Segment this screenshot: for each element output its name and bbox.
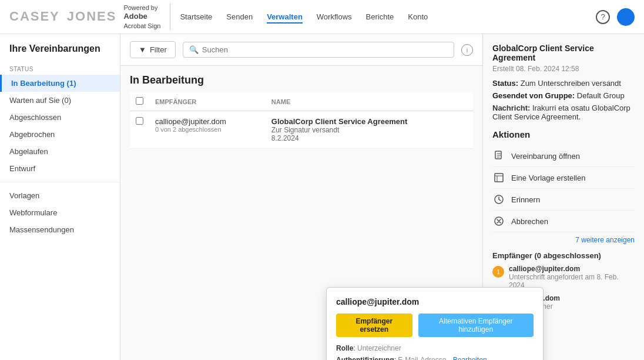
panel-created: Erstellt 08. Feb. 2024 12:58 xyxy=(492,65,635,73)
agreements-table: EMPFÄNGER NAME calliope@jupiter.dom 0 vo… xyxy=(130,92,473,149)
svg-rect-1 xyxy=(495,174,503,182)
sidebar-status-label: STATUS xyxy=(0,61,120,75)
cancel-icon xyxy=(492,215,505,228)
header-icons: ? xyxy=(596,8,635,26)
filter-button[interactable]: ▼ Filter xyxy=(130,41,176,58)
col-name-header: NAME xyxy=(266,92,473,111)
content-wrapper: ▼ Filter 🔍 i In Bearbeitung xyxy=(120,34,644,360)
panel-aktionen-title: Aktionen xyxy=(492,129,635,139)
list-heading: In Bearbeitung xyxy=(130,66,473,92)
popup-rolle-label: Rolle xyxy=(336,344,353,352)
logo-jones: JONES xyxy=(67,9,117,24)
toolbar: ▼ Filter 🔍 i xyxy=(120,34,482,66)
sidebar-divider xyxy=(0,182,120,182)
panel-group: Gesendet von Gruppe: Default Group xyxy=(492,91,635,100)
action-abbrechen[interactable]: Abbrechen xyxy=(492,211,635,232)
panel-message: Nachricht: Irakurri eta osatu GlobalCorp… xyxy=(492,104,635,121)
sidebar-title: Ihre Vereinbarungen xyxy=(0,44,120,61)
search-input[interactable] xyxy=(202,45,448,54)
logo-casey: CASEY xyxy=(9,9,60,24)
recipient-cell: calliope@jupiter.dom 0 von 2 abgeschloss… xyxy=(149,111,266,149)
panel-status: Status: Zum Unterschreiben versandt xyxy=(492,79,635,88)
sidebar-item-in-bearbeitung[interactable]: In Bearbeitung (1) xyxy=(0,75,120,92)
filter-label: Filter xyxy=(150,45,167,54)
row-checkbox-cell xyxy=(130,111,149,149)
sidebar-item-abgeschlossen[interactable]: Abgeschlossen xyxy=(0,109,120,126)
recipient-info-1: calliope@jupiter.dom Unterschrift angefo… xyxy=(509,265,635,289)
sidebar: Ihre Vereinbarungen STATUS In Bearbeitun… xyxy=(0,34,120,360)
recipient-email: calliope@jupiter.dom xyxy=(155,117,260,126)
search-icon: 🔍 xyxy=(189,45,199,54)
nav-senden[interactable]: Senden xyxy=(226,10,253,24)
avatar[interactable] xyxy=(617,8,635,26)
action-vereinbarung-label: Vereinbarung öffnen xyxy=(511,152,580,161)
panel-title: GlobalCorp Client Service Agreement xyxy=(492,44,635,62)
popup-auth-field: Authentifizierung: E-Mail-Adresse Bearbe… xyxy=(336,356,482,360)
action-abbrechen-label: Abbrechen xyxy=(511,217,548,226)
nav-verwalten[interactable]: Verwalten xyxy=(267,10,303,24)
nav-konto[interactable]: Konto xyxy=(408,10,428,24)
main-nav: Startseite Senden Verwalten Workflows Be… xyxy=(180,10,596,24)
nav-workflows[interactable]: Workflows xyxy=(317,10,352,24)
agreement-cell: GlobalCorp Client Service Agreement Zur … xyxy=(266,111,473,149)
info-icon[interactable]: i xyxy=(461,44,473,56)
popup-auth-label: Authentifizierung xyxy=(336,356,394,360)
filter-icon: ▼ xyxy=(139,45,146,54)
recipient-sub: 0 von 2 abgeschlossen xyxy=(155,126,260,133)
content-area: ▼ Filter 🔍 i In Bearbeitung xyxy=(120,34,482,360)
recipient-item-1: 1 calliope@jupiter.dom Unterschrift ange… xyxy=(492,265,635,289)
action-vorlage-erstellen[interactable]: Eine Vorlage erstellen xyxy=(492,167,635,189)
sidebar-item-webformulare[interactable]: Webformulare xyxy=(0,204,120,221)
main-layout: Ihre Vereinbarungen STATUS In Bearbeitun… xyxy=(0,34,644,360)
sidebar-item-warten[interactable]: Warten auf Sie (0) xyxy=(0,92,120,109)
logo-area: CASEY JONES Powered by Adobe Acrobat Sig… xyxy=(9,4,170,30)
replace-recipient-button[interactable]: Empfänger ersetzen xyxy=(336,314,412,337)
clock-icon xyxy=(492,193,505,206)
panel-status-label: Status: xyxy=(492,79,518,88)
table-header-row: EMPFÄNGER NAME xyxy=(130,92,473,111)
select-all-checkbox[interactable] xyxy=(136,97,143,105)
nav-berichte[interactable]: Berichte xyxy=(366,10,394,24)
template-icon xyxy=(492,171,505,184)
popup-rolle-value: Unterzeichner xyxy=(357,344,401,352)
table-row[interactable]: calliope@jupiter.dom 0 von 2 abgeschloss… xyxy=(130,111,473,149)
panel-status-value: Zum Unterschreiben versandt xyxy=(521,79,621,88)
col-recipient-header: EMPFÄNGER xyxy=(149,92,266,111)
popup-card: calliope@jupiter.dom Empfänger ersetzen … xyxy=(326,287,482,360)
popup-auth-value: E-Mail-Adresse xyxy=(398,356,446,360)
search-box: 🔍 xyxy=(183,42,454,58)
powered-by-text: Powered by Adobe Acrobat Sign xyxy=(123,4,160,30)
sidebar-item-abgelaufen[interactable]: Abgelaufen xyxy=(0,143,120,160)
popup-edit-link[interactable]: Bearbeiten xyxy=(453,356,482,360)
document-icon xyxy=(492,149,505,162)
action-erinnern[interactable]: Erinnern xyxy=(492,189,635,211)
action-erinnern-label: Erinnern xyxy=(511,195,540,204)
help-icon[interactable]: ? xyxy=(596,10,610,24)
recipient-email-1: calliope@jupiter.dom xyxy=(509,265,635,273)
recipient-dot-1: 1 xyxy=(492,266,504,278)
col-checkbox xyxy=(130,92,149,111)
sidebar-item-vorlagen[interactable]: Vorlagen xyxy=(0,187,120,204)
more-actions-link[interactable]: 7 weitere anzeigen xyxy=(492,236,635,244)
action-vorlage-label: Eine Vorlage erstellen xyxy=(511,174,585,182)
sidebar-item-massensendungen[interactable]: Massensendungen xyxy=(0,221,120,238)
nav-startseite[interactable]: Startseite xyxy=(180,10,212,24)
recipients-title: Empfänger (0 abgeschlossen) xyxy=(492,251,635,260)
sidebar-item-entwurf[interactable]: Entwurf xyxy=(0,160,120,177)
sidebar-item-abgebrochen[interactable]: Abgebrochen xyxy=(0,126,120,143)
panel-group-value: Default Group xyxy=(577,91,625,100)
row-checkbox[interactable] xyxy=(136,117,143,125)
header: CASEY JONES Powered by Adobe Acrobat Sig… xyxy=(0,0,644,34)
popup-rolle-field: Rolle: Unterzeichner xyxy=(336,344,482,352)
action-vereinbarung-oeffnen[interactable]: Vereinbarung öffnen xyxy=(492,145,635,167)
panel-group-label: Gesendet von Gruppe: xyxy=(492,91,575,100)
popup-email: calliope@jupiter.dom xyxy=(336,297,482,306)
agreement-name: GlobalCorp Client Service Agreement xyxy=(271,117,467,126)
agreement-status: Zur Signatur versandt xyxy=(271,126,467,134)
popup-buttons: Empfänger ersetzen Alternativen Empfänge… xyxy=(336,314,482,337)
panel-message-label: Nachricht: xyxy=(492,104,530,112)
agreement-date: 8.2.2024 xyxy=(271,134,467,142)
add-alt-recipient-button[interactable]: Alternativen Empfänger hinzufügen xyxy=(418,314,482,337)
